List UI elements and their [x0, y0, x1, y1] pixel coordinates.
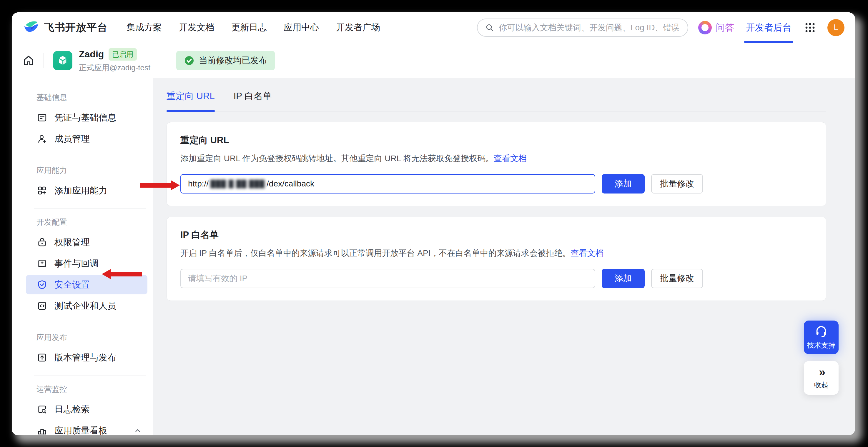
global-search[interactable]	[477, 19, 688, 37]
code-box-icon	[36, 300, 48, 311]
card-title: 重定向 URL	[180, 134, 812, 147]
card-title: IP 白名单	[180, 229, 812, 241]
divider	[34, 209, 146, 209]
search-input[interactable]	[499, 23, 680, 32]
section-dev-config: 开发配置	[12, 217, 153, 227]
divider	[34, 324, 146, 324]
headset-icon	[814, 325, 828, 338]
browser-window: 飞书开放平台 集成方案 开发文档 更新日志 应用中心 开发者广场 问答 开发者后…	[12, 12, 855, 435]
section-app-release: 应用发布	[12, 332, 153, 343]
status-badge: 已启用	[108, 48, 137, 61]
apps-grid-icon[interactable]	[804, 22, 816, 33]
credential-card-icon	[36, 112, 48, 123]
app-meta: Zadig 已启用 正式应用@zadig-test	[79, 48, 150, 73]
brand-name: 飞书开放平台	[44, 21, 108, 34]
add-redirect-url-button[interactable]: 添加	[602, 174, 645, 193]
developer-console-link[interactable]: 开发者后台	[746, 12, 792, 43]
sidebar-item-log-search[interactable]: 日志检索	[26, 400, 147, 419]
app-name: Zadig	[79, 49, 104, 60]
sidebar: 基础信息 凭证与基础信息 成员管理 应用能力	[12, 78, 153, 435]
chevron-up-icon[interactable]	[133, 426, 142, 435]
primary-nav: 集成方案 开发文档 更新日志 应用中心 开发者广场	[126, 22, 380, 34]
card-description: 开启 IP 白名单后，仅白名单中的来源请求可以正常调用开放平台 API，不在白名…	[180, 248, 812, 259]
redirect-url-row: http://███ █ ██ ███/dex/callback 添加 批量修改	[180, 174, 812, 193]
doc-link[interactable]: 查看文档	[494, 154, 527, 163]
top-navigation: 飞书开放平台 集成方案 开发文档 更新日志 应用中心 开发者广场 问答 开发者后…	[12, 12, 855, 43]
ip-whitelist-card: IP 白名单 开启 IP 白名单后，仅白名单中的来源请求可以正常调用开放平台 A…	[166, 217, 826, 301]
sidebar-item-quality-dashboard[interactable]: 应用质量看板	[26, 421, 147, 435]
event-callback-icon	[36, 258, 48, 269]
main-content: 重定向 URL IP 白名单 重定向 URL 添加重定向 URL 作为免登授权码…	[153, 78, 855, 435]
feishu-bird-icon	[23, 20, 39, 36]
nav-item-docs[interactable]: 开发文档	[179, 22, 214, 34]
publish-up-icon	[36, 352, 48, 363]
doc-link[interactable]: 查看文档	[570, 249, 603, 258]
divider	[43, 53, 44, 68]
app-subtitle: 正式应用@zadig-test	[79, 63, 150, 73]
divider	[34, 376, 146, 376]
capability-grid-plus-icon	[36, 185, 48, 196]
bar-chart-icon	[36, 425, 48, 435]
app-header: Zadig 已启用 正式应用@zadig-test 当前修改均已发布	[12, 43, 855, 78]
sidebar-item-events[interactable]: 事件与回调	[26, 254, 147, 273]
sidebar-item-test-enterprise[interactable]: 测试企业和人员	[26, 296, 147, 316]
double-chevron-right-icon: »	[819, 366, 824, 378]
batch-edit-ip-button[interactable]: 批量修改	[651, 269, 703, 288]
user-avatar[interactable]: L	[827, 19, 844, 36]
tab-ip-whitelist[interactable]: IP 白名单	[234, 90, 272, 111]
ip-input[interactable]	[180, 269, 595, 288]
tech-support-button[interactable]: 技术支持	[804, 321, 839, 354]
sidebar-item-version-release[interactable]: 版本管理与发布	[26, 348, 147, 367]
lock-icon	[36, 237, 48, 248]
sidebar-item-credentials[interactable]: 凭证与基础信息	[26, 108, 147, 127]
batch-edit-redirect-button[interactable]: 批量修改	[651, 174, 703, 193]
qa-label: 问答	[716, 22, 734, 34]
home-button[interactable]	[22, 55, 35, 67]
member-plus-icon	[36, 133, 48, 144]
nav-item-dev-plaza[interactable]: 开发者广场	[336, 22, 380, 34]
check-circle-icon	[184, 55, 194, 66]
home-icon	[22, 55, 35, 67]
nav-item-app-center[interactable]: 应用中心	[284, 22, 319, 34]
app-logo-icon	[53, 51, 72, 70]
publish-status-pill: 当前修改均已发布	[176, 51, 275, 70]
log-search-icon	[36, 404, 48, 415]
redirect-url-input[interactable]: http://███ █ ██ ███/dex/callback	[180, 174, 595, 193]
qa-link[interactable]: 问答	[698, 21, 734, 34]
nav-item-integrations[interactable]: 集成方案	[126, 22, 162, 34]
sidebar-item-permissions[interactable]: 权限管理	[26, 233, 147, 252]
section-ops-monitoring: 运营监控	[12, 384, 153, 394]
sidebar-item-add-capability[interactable]: 添加应用能力	[26, 181, 147, 200]
shield-check-icon	[36, 279, 48, 290]
redirect-url-card: 重定向 URL 添加重定向 URL 作为免登授权码跳转地址。其他重定向 URL …	[166, 122, 826, 206]
sidebar-item-security-settings[interactable]: 安全设置	[26, 275, 147, 294]
search-icon	[485, 23, 494, 32]
sidebar-item-members[interactable]: 成员管理	[26, 129, 147, 149]
add-ip-button[interactable]: 添加	[602, 269, 645, 288]
feishu-logo[interactable]: 飞书开放平台	[23, 20, 108, 36]
section-capabilities: 应用能力	[12, 165, 153, 175]
ip-whitelist-row: 添加 批量修改	[180, 269, 812, 288]
divider	[34, 157, 146, 157]
qa-ring-icon	[698, 21, 712, 34]
card-description: 添加重定向 URL 作为免登授权码跳转地址。其他重定向 URL 将无法获取免登授…	[180, 153, 812, 164]
section-basic-info: 基础信息	[12, 92, 153, 103]
masked-host-segment: ███ █ ██ ███	[210, 180, 265, 188]
collapse-button[interactable]: » 收起	[804, 361, 839, 395]
nav-item-changelog[interactable]: 更新日志	[231, 22, 267, 34]
tab-redirect-url[interactable]: 重定向 URL	[166, 90, 215, 111]
tab-bar: 重定向 URL IP 白名单	[166, 90, 826, 111]
